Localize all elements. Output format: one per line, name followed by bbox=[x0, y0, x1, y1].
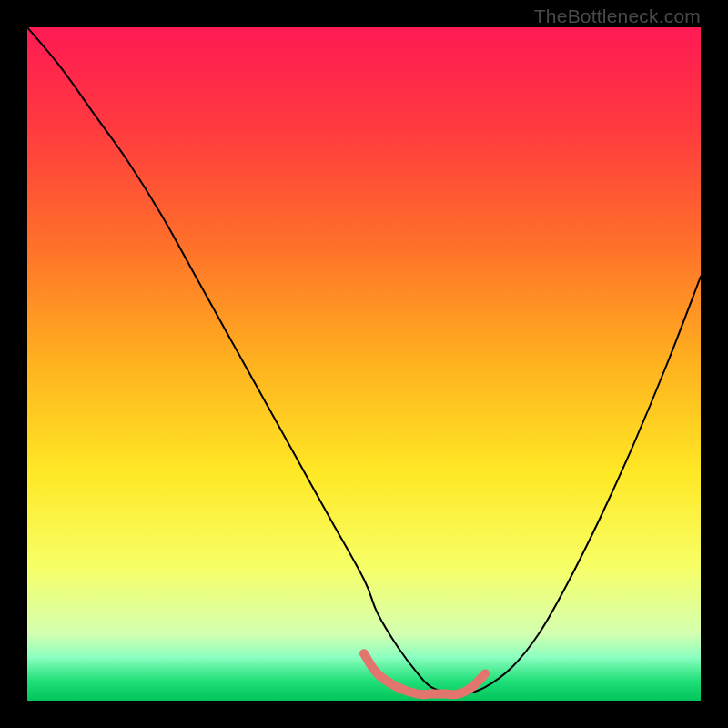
valley-highlight bbox=[364, 653, 485, 694]
plot-area bbox=[27, 27, 701, 701]
chart-frame: TheBottleneck.com bbox=[0, 0, 728, 728]
watermark: TheBottleneck.com bbox=[534, 5, 701, 27]
bottleneck-curve bbox=[27, 27, 701, 695]
curve-layer bbox=[27, 27, 701, 701]
